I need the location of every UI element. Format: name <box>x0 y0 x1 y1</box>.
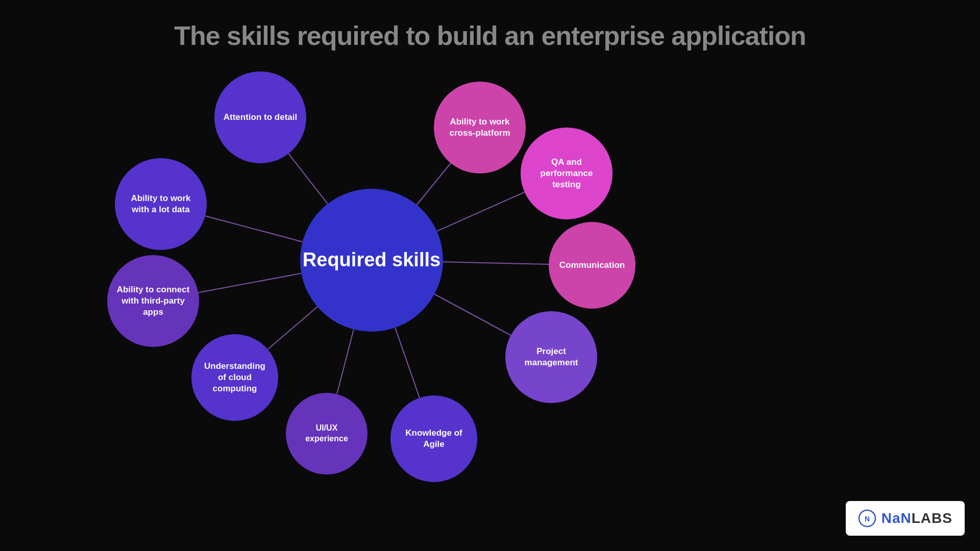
node-label-project-mgmt: Project management <box>513 346 589 368</box>
node-label-cloud: Understanding of cloud computing <box>200 361 270 394</box>
node-communication: Communication <box>549 222 635 309</box>
node-agile: Knowledge of Agile <box>390 395 477 482</box>
svg-text:N: N <box>865 515 870 523</box>
nan-icon: N <box>858 509 876 528</box>
node-cross-platform: Ability to work cross-platform <box>434 82 526 173</box>
node-label-communication: Communication <box>559 260 625 271</box>
svg-line-0 <box>288 154 328 204</box>
center-label: Required skills <box>303 248 440 272</box>
svg-line-1 <box>205 216 303 242</box>
nanlabs-logo: N NaNLABS <box>846 501 965 536</box>
node-qa: QA and performance testing <box>521 128 612 219</box>
svg-line-9 <box>434 294 511 335</box>
node-label-agile: Knowledge of Agile <box>399 428 469 450</box>
node-label-cross-platform: Ability to work cross-platform <box>442 116 518 139</box>
svg-line-4 <box>337 330 354 394</box>
node-attention: Attention to detail <box>214 71 306 163</box>
page-title: The skills required to build an enterpri… <box>0 20 980 51</box>
svg-line-6 <box>416 163 451 205</box>
logo-text: NaNLABS <box>881 510 952 527</box>
node-cloud: Understanding of cloud computing <box>191 334 278 421</box>
svg-line-8 <box>443 262 549 264</box>
node-work-data: Ability to work with a lot data <box>115 158 207 250</box>
node-label-connect-apps: Ability to connect with third-party apps <box>115 284 191 318</box>
svg-line-7 <box>437 192 525 231</box>
node-connect-apps: Ability to connect with third-party apps <box>107 255 199 347</box>
node-label-uiux: UI/UX experience <box>294 423 359 444</box>
node-uiux: UI/UX experience <box>286 393 368 474</box>
svg-line-3 <box>268 307 317 349</box>
svg-line-5 <box>395 328 420 398</box>
node-project-mgmt: Project management <box>505 311 597 403</box>
center-circle: Required skills <box>300 189 443 332</box>
svg-line-2 <box>198 273 301 293</box>
node-label-attention: Attention to detail <box>224 112 297 123</box>
node-label-work-data: Ability to work with a lot data <box>123 193 199 215</box>
node-label-qa: QA and performance testing <box>529 157 604 190</box>
